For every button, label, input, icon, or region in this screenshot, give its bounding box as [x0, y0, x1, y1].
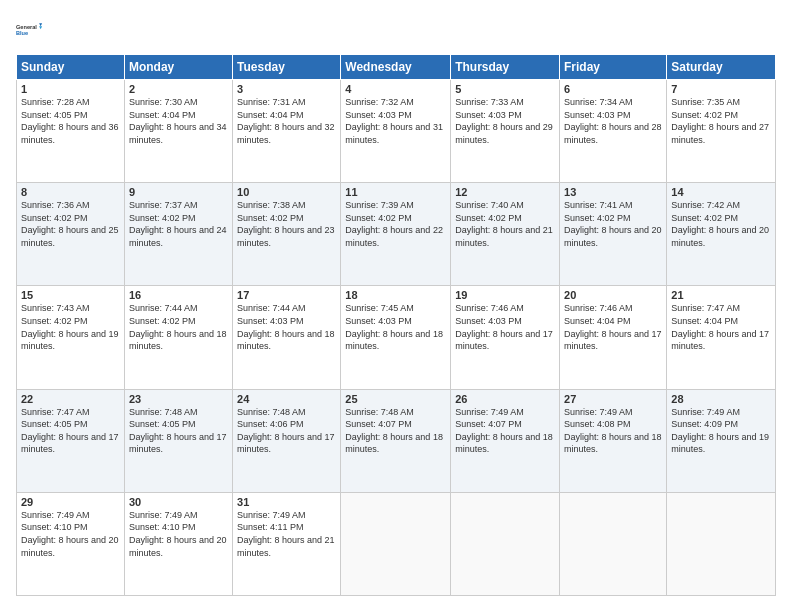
day-info: Sunrise: 7:37 AMSunset: 4:02 PMDaylight:… [129, 199, 228, 249]
day-info: Sunrise: 7:49 AMSunset: 4:07 PMDaylight:… [455, 406, 555, 456]
calendar-cell [341, 492, 451, 595]
calendar-cell: 11Sunrise: 7:39 AMSunset: 4:02 PMDayligh… [341, 183, 451, 286]
header: GeneralBlue [16, 16, 776, 44]
logo-icon: GeneralBlue [16, 16, 44, 44]
calendar-cell [451, 492, 560, 595]
day-number: 21 [671, 289, 771, 301]
day-number: 27 [564, 393, 662, 405]
day-number: 31 [237, 496, 336, 508]
calendar-cell: 13Sunrise: 7:41 AMSunset: 4:02 PMDayligh… [560, 183, 667, 286]
day-number: 5 [455, 83, 555, 95]
day-number: 7 [671, 83, 771, 95]
day-info: Sunrise: 7:28 AMSunset: 4:05 PMDaylight:… [21, 96, 120, 146]
calendar-week-row: 1Sunrise: 7:28 AMSunset: 4:05 PMDaylight… [17, 80, 776, 183]
calendar-cell: 5Sunrise: 7:33 AMSunset: 4:03 PMDaylight… [451, 80, 560, 183]
day-info: Sunrise: 7:30 AMSunset: 4:04 PMDaylight:… [129, 96, 228, 146]
day-number: 1 [21, 83, 120, 95]
weekday-header: Saturday [667, 55, 776, 80]
weekday-header: Thursday [451, 55, 560, 80]
day-info: Sunrise: 7:48 AMSunset: 4:05 PMDaylight:… [129, 406, 228, 456]
day-number: 6 [564, 83, 662, 95]
calendar-cell: 17Sunrise: 7:44 AMSunset: 4:03 PMDayligh… [233, 286, 341, 389]
day-number: 24 [237, 393, 336, 405]
calendar-week-row: 29Sunrise: 7:49 AMSunset: 4:10 PMDayligh… [17, 492, 776, 595]
calendar-cell: 27Sunrise: 7:49 AMSunset: 4:08 PMDayligh… [560, 389, 667, 492]
calendar-cell: 31Sunrise: 7:49 AMSunset: 4:11 PMDayligh… [233, 492, 341, 595]
day-info: Sunrise: 7:46 AMSunset: 4:04 PMDaylight:… [564, 302, 662, 352]
weekday-header: Tuesday [233, 55, 341, 80]
day-info: Sunrise: 7:36 AMSunset: 4:02 PMDaylight:… [21, 199, 120, 249]
calendar-body: 1Sunrise: 7:28 AMSunset: 4:05 PMDaylight… [17, 80, 776, 596]
day-info: Sunrise: 7:49 AMSunset: 4:11 PMDaylight:… [237, 509, 336, 559]
day-number: 13 [564, 186, 662, 198]
day-info: Sunrise: 7:49 AMSunset: 4:08 PMDaylight:… [564, 406, 662, 456]
day-info: Sunrise: 7:43 AMSunset: 4:02 PMDaylight:… [21, 302, 120, 352]
calendar-cell: 23Sunrise: 7:48 AMSunset: 4:05 PMDayligh… [124, 389, 232, 492]
day-number: 22 [21, 393, 120, 405]
weekday-header: Sunday [17, 55, 125, 80]
calendar-cell: 30Sunrise: 7:49 AMSunset: 4:10 PMDayligh… [124, 492, 232, 595]
calendar-cell [667, 492, 776, 595]
calendar-cell: 9Sunrise: 7:37 AMSunset: 4:02 PMDaylight… [124, 183, 232, 286]
day-info: Sunrise: 7:49 AMSunset: 4:10 PMDaylight:… [21, 509, 120, 559]
day-number: 30 [129, 496, 228, 508]
day-info: Sunrise: 7:47 AMSunset: 4:05 PMDaylight:… [21, 406, 120, 456]
svg-marker-3 [39, 26, 42, 29]
calendar-cell [560, 492, 667, 595]
day-number: 14 [671, 186, 771, 198]
day-number: 26 [455, 393, 555, 405]
day-info: Sunrise: 7:48 AMSunset: 4:06 PMDaylight:… [237, 406, 336, 456]
day-info: Sunrise: 7:33 AMSunset: 4:03 PMDaylight:… [455, 96, 555, 146]
calendar-table: SundayMondayTuesdayWednesdayThursdayFrid… [16, 54, 776, 596]
day-number: 2 [129, 83, 228, 95]
day-number: 28 [671, 393, 771, 405]
svg-text:General: General [16, 24, 37, 30]
svg-text:Blue: Blue [16, 30, 28, 36]
calendar-cell: 4Sunrise: 7:32 AMSunset: 4:03 PMDaylight… [341, 80, 451, 183]
day-number: 29 [21, 496, 120, 508]
calendar-cell: 16Sunrise: 7:44 AMSunset: 4:02 PMDayligh… [124, 286, 232, 389]
calendar-cell: 18Sunrise: 7:45 AMSunset: 4:03 PMDayligh… [341, 286, 451, 389]
weekday-header: Friday [560, 55, 667, 80]
calendar-cell: 1Sunrise: 7:28 AMSunset: 4:05 PMDaylight… [17, 80, 125, 183]
day-number: 9 [129, 186, 228, 198]
weekday-header: Monday [124, 55, 232, 80]
day-info: Sunrise: 7:48 AMSunset: 4:07 PMDaylight:… [345, 406, 446, 456]
day-info: Sunrise: 7:47 AMSunset: 4:04 PMDaylight:… [671, 302, 771, 352]
day-info: Sunrise: 7:38 AMSunset: 4:02 PMDaylight:… [237, 199, 336, 249]
calendar-cell: 29Sunrise: 7:49 AMSunset: 4:10 PMDayligh… [17, 492, 125, 595]
calendar-cell: 15Sunrise: 7:43 AMSunset: 4:02 PMDayligh… [17, 286, 125, 389]
day-info: Sunrise: 7:46 AMSunset: 4:03 PMDaylight:… [455, 302, 555, 352]
day-number: 23 [129, 393, 228, 405]
calendar-cell: 26Sunrise: 7:49 AMSunset: 4:07 PMDayligh… [451, 389, 560, 492]
calendar-week-row: 8Sunrise: 7:36 AMSunset: 4:02 PMDaylight… [17, 183, 776, 286]
calendar-week-row: 22Sunrise: 7:47 AMSunset: 4:05 PMDayligh… [17, 389, 776, 492]
day-info: Sunrise: 7:49 AMSunset: 4:09 PMDaylight:… [671, 406, 771, 456]
day-info: Sunrise: 7:31 AMSunset: 4:04 PMDaylight:… [237, 96, 336, 146]
day-info: Sunrise: 7:44 AMSunset: 4:03 PMDaylight:… [237, 302, 336, 352]
calendar-cell: 24Sunrise: 7:48 AMSunset: 4:06 PMDayligh… [233, 389, 341, 492]
day-info: Sunrise: 7:45 AMSunset: 4:03 PMDaylight:… [345, 302, 446, 352]
calendar-cell: 19Sunrise: 7:46 AMSunset: 4:03 PMDayligh… [451, 286, 560, 389]
day-number: 12 [455, 186, 555, 198]
calendar-cell: 12Sunrise: 7:40 AMSunset: 4:02 PMDayligh… [451, 183, 560, 286]
calendar-cell: 28Sunrise: 7:49 AMSunset: 4:09 PMDayligh… [667, 389, 776, 492]
calendar-cell: 14Sunrise: 7:42 AMSunset: 4:02 PMDayligh… [667, 183, 776, 286]
calendar-cell: 10Sunrise: 7:38 AMSunset: 4:02 PMDayligh… [233, 183, 341, 286]
day-number: 19 [455, 289, 555, 301]
calendar-cell: 6Sunrise: 7:34 AMSunset: 4:03 PMDaylight… [560, 80, 667, 183]
day-number: 4 [345, 83, 446, 95]
logo: GeneralBlue [16, 16, 44, 44]
day-info: Sunrise: 7:41 AMSunset: 4:02 PMDaylight:… [564, 199, 662, 249]
day-info: Sunrise: 7:40 AMSunset: 4:02 PMDaylight:… [455, 199, 555, 249]
day-number: 18 [345, 289, 446, 301]
calendar-week-row: 15Sunrise: 7:43 AMSunset: 4:02 PMDayligh… [17, 286, 776, 389]
calendar-cell: 21Sunrise: 7:47 AMSunset: 4:04 PMDayligh… [667, 286, 776, 389]
day-number: 3 [237, 83, 336, 95]
day-number: 15 [21, 289, 120, 301]
calendar-cell: 2Sunrise: 7:30 AMSunset: 4:04 PMDaylight… [124, 80, 232, 183]
svg-marker-2 [39, 23, 42, 26]
calendar-cell: 7Sunrise: 7:35 AMSunset: 4:02 PMDaylight… [667, 80, 776, 183]
day-number: 25 [345, 393, 446, 405]
calendar-cell: 8Sunrise: 7:36 AMSunset: 4:02 PMDaylight… [17, 183, 125, 286]
